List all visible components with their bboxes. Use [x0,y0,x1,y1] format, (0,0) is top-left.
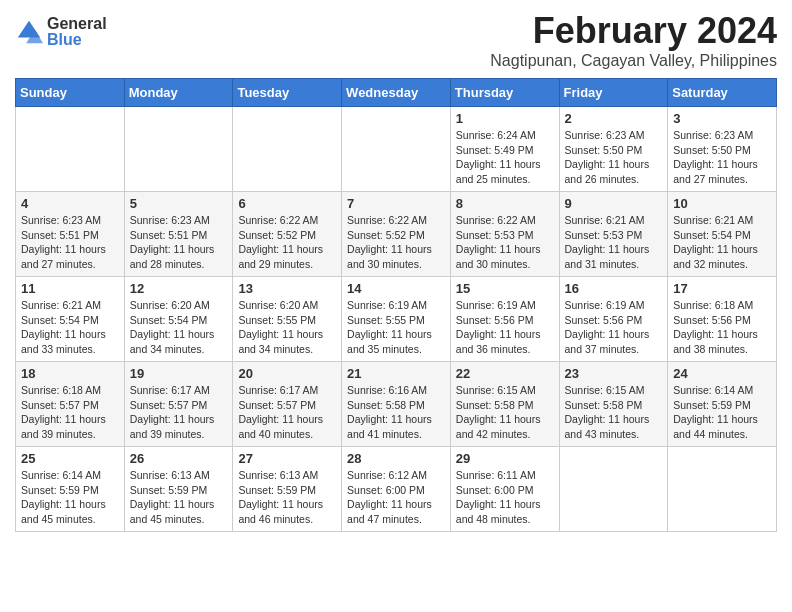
day-number: 26 [130,451,228,466]
day-info: Sunrise: 6:23 AM Sunset: 5:50 PM Dayligh… [673,128,771,187]
week-row-3: 18Sunrise: 6:18 AM Sunset: 5:57 PM Dayli… [16,362,777,447]
calendar-header: SundayMondayTuesdayWednesdayThursdayFrid… [16,79,777,107]
day-number: 6 [238,196,336,211]
day-number: 15 [456,281,554,296]
day-info: Sunrise: 6:21 AM Sunset: 5:53 PM Dayligh… [565,213,663,272]
calendar-cell: 9Sunrise: 6:21 AM Sunset: 5:53 PM Daylig… [559,192,668,277]
calendar-cell: 24Sunrise: 6:14 AM Sunset: 5:59 PM Dayli… [668,362,777,447]
day-number: 22 [456,366,554,381]
day-number: 10 [673,196,771,211]
day-number: 1 [456,111,554,126]
day-number: 20 [238,366,336,381]
logo-text: General Blue [47,16,107,48]
week-row-1: 4Sunrise: 6:23 AM Sunset: 5:51 PM Daylig… [16,192,777,277]
calendar-cell: 15Sunrise: 6:19 AM Sunset: 5:56 PM Dayli… [450,277,559,362]
calendar-cell: 16Sunrise: 6:19 AM Sunset: 5:56 PM Dayli… [559,277,668,362]
week-row-2: 11Sunrise: 6:21 AM Sunset: 5:54 PM Dayli… [16,277,777,362]
calendar-cell: 4Sunrise: 6:23 AM Sunset: 5:51 PM Daylig… [16,192,125,277]
calendar-cell: 3Sunrise: 6:23 AM Sunset: 5:50 PM Daylig… [668,107,777,192]
calendar-cell: 26Sunrise: 6:13 AM Sunset: 5:59 PM Dayli… [124,447,233,532]
day-info: Sunrise: 6:17 AM Sunset: 5:57 PM Dayligh… [130,383,228,442]
day-number: 11 [21,281,119,296]
calendar-cell: 27Sunrise: 6:13 AM Sunset: 5:59 PM Dayli… [233,447,342,532]
day-number: 27 [238,451,336,466]
calendar-cell: 14Sunrise: 6:19 AM Sunset: 5:55 PM Dayli… [342,277,451,362]
day-info: Sunrise: 6:22 AM Sunset: 5:53 PM Dayligh… [456,213,554,272]
day-number: 21 [347,366,445,381]
day-number: 29 [456,451,554,466]
calendar-cell: 2Sunrise: 6:23 AM Sunset: 5:50 PM Daylig… [559,107,668,192]
day-info: Sunrise: 6:23 AM Sunset: 5:50 PM Dayligh… [565,128,663,187]
calendar-cell: 21Sunrise: 6:16 AM Sunset: 5:58 PM Dayli… [342,362,451,447]
calendar-cell [668,447,777,532]
day-info: Sunrise: 6:14 AM Sunset: 5:59 PM Dayligh… [673,383,771,442]
calendar-cell: 5Sunrise: 6:23 AM Sunset: 5:51 PM Daylig… [124,192,233,277]
day-number: 24 [673,366,771,381]
header-cell-wednesday: Wednesday [342,79,451,107]
day-number: 2 [565,111,663,126]
logo-general-text: General [47,16,107,32]
day-number: 5 [130,196,228,211]
day-info: Sunrise: 6:17 AM Sunset: 5:57 PM Dayligh… [238,383,336,442]
day-info: Sunrise: 6:21 AM Sunset: 5:54 PM Dayligh… [673,213,771,272]
header-row: SundayMondayTuesdayWednesdayThursdayFrid… [16,79,777,107]
calendar-cell: 6Sunrise: 6:22 AM Sunset: 5:52 PM Daylig… [233,192,342,277]
calendar-cell: 18Sunrise: 6:18 AM Sunset: 5:57 PM Dayli… [16,362,125,447]
day-number: 12 [130,281,228,296]
day-info: Sunrise: 6:14 AM Sunset: 5:59 PM Dayligh… [21,468,119,527]
day-number: 25 [21,451,119,466]
day-info: Sunrise: 6:23 AM Sunset: 5:51 PM Dayligh… [130,213,228,272]
calendar-cell: 11Sunrise: 6:21 AM Sunset: 5:54 PM Dayli… [16,277,125,362]
calendar-cell: 1Sunrise: 6:24 AM Sunset: 5:49 PM Daylig… [450,107,559,192]
calendar-cell: 12Sunrise: 6:20 AM Sunset: 5:54 PM Dayli… [124,277,233,362]
header-cell-thursday: Thursday [450,79,559,107]
day-info: Sunrise: 6:24 AM Sunset: 5:49 PM Dayligh… [456,128,554,187]
day-info: Sunrise: 6:20 AM Sunset: 5:55 PM Dayligh… [238,298,336,357]
day-info: Sunrise: 6:15 AM Sunset: 5:58 PM Dayligh… [565,383,663,442]
day-number: 8 [456,196,554,211]
day-info: Sunrise: 6:22 AM Sunset: 5:52 PM Dayligh… [238,213,336,272]
subtitle: Nagtipunan, Cagayan Valley, Philippines [490,52,777,70]
main-title: February 2024 [490,10,777,52]
day-number: 19 [130,366,228,381]
header-cell-monday: Monday [124,79,233,107]
calendar-body: 1Sunrise: 6:24 AM Sunset: 5:49 PM Daylig… [16,107,777,532]
week-row-0: 1Sunrise: 6:24 AM Sunset: 5:49 PM Daylig… [16,107,777,192]
day-info: Sunrise: 6:18 AM Sunset: 5:56 PM Dayligh… [673,298,771,357]
day-info: Sunrise: 6:19 AM Sunset: 5:56 PM Dayligh… [565,298,663,357]
calendar-cell [233,107,342,192]
day-info: Sunrise: 6:22 AM Sunset: 5:52 PM Dayligh… [347,213,445,272]
calendar-cell: 25Sunrise: 6:14 AM Sunset: 5:59 PM Dayli… [16,447,125,532]
day-number: 18 [21,366,119,381]
header: General Blue February 2024 Nagtipunan, C… [15,10,777,70]
day-info: Sunrise: 6:23 AM Sunset: 5:51 PM Dayligh… [21,213,119,272]
day-info: Sunrise: 6:16 AM Sunset: 5:58 PM Dayligh… [347,383,445,442]
day-info: Sunrise: 6:12 AM Sunset: 6:00 PM Dayligh… [347,468,445,527]
day-number: 7 [347,196,445,211]
logo-blue-text: Blue [47,32,107,48]
day-info: Sunrise: 6:13 AM Sunset: 5:59 PM Dayligh… [238,468,336,527]
calendar-cell: 22Sunrise: 6:15 AM Sunset: 5:58 PM Dayli… [450,362,559,447]
title-area: February 2024 Nagtipunan, Cagayan Valley… [490,10,777,70]
header-cell-friday: Friday [559,79,668,107]
header-cell-tuesday: Tuesday [233,79,342,107]
day-number: 3 [673,111,771,126]
day-number: 28 [347,451,445,466]
calendar-cell [342,107,451,192]
day-info: Sunrise: 6:21 AM Sunset: 5:54 PM Dayligh… [21,298,119,357]
calendar-cell: 23Sunrise: 6:15 AM Sunset: 5:58 PM Dayli… [559,362,668,447]
calendar-cell [559,447,668,532]
calendar-cell: 10Sunrise: 6:21 AM Sunset: 5:54 PM Dayli… [668,192,777,277]
logo-icon [15,18,43,46]
day-number: 17 [673,281,771,296]
calendar-cell: 7Sunrise: 6:22 AM Sunset: 5:52 PM Daylig… [342,192,451,277]
day-number: 23 [565,366,663,381]
calendar-cell: 13Sunrise: 6:20 AM Sunset: 5:55 PM Dayli… [233,277,342,362]
day-info: Sunrise: 6:13 AM Sunset: 5:59 PM Dayligh… [130,468,228,527]
calendar-cell: 20Sunrise: 6:17 AM Sunset: 5:57 PM Dayli… [233,362,342,447]
calendar-cell: 19Sunrise: 6:17 AM Sunset: 5:57 PM Dayli… [124,362,233,447]
header-cell-saturday: Saturday [668,79,777,107]
day-number: 14 [347,281,445,296]
day-info: Sunrise: 6:19 AM Sunset: 5:55 PM Dayligh… [347,298,445,357]
header-cell-sunday: Sunday [16,79,125,107]
